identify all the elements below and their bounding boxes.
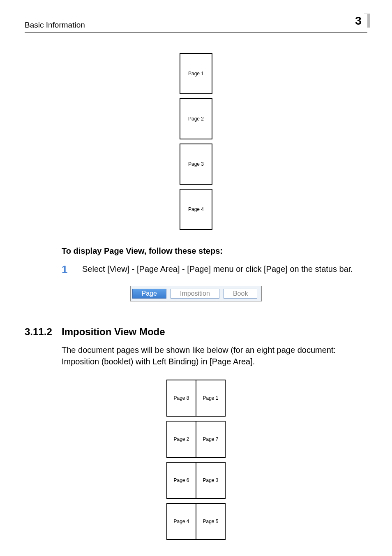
page-header: Basic Information 3 <box>25 21 367 32</box>
imposition-spread: Page 4 Page 5 <box>166 503 226 540</box>
section-heading: 3.11.2 Imposition View Mode <box>25 326 367 338</box>
diagram-page: Page 3 <box>180 144 212 185</box>
spread-left: Page 6 <box>166 462 196 499</box>
spread-left: Page 2 <box>166 421 196 458</box>
imposition-spread: Page 8 Page 1 <box>166 380 226 417</box>
status-bar-screenshot: Page Imposition Book <box>25 286 367 301</box>
subsection-title: To display Page View, follow these steps… <box>62 246 223 256</box>
spread-right: Page 1 <box>196 380 226 417</box>
step-row: 1 Select [View] - [Page Area] - [Page] m… <box>62 263 367 276</box>
diagram-page: Page 1 <box>180 53 212 94</box>
page-view-diagram: Page 1 Page 2 Page 3 Page 4 <box>25 53 367 230</box>
section-body: The document pages will be shown like be… <box>62 344 367 367</box>
header-title: Basic Information <box>25 21 85 30</box>
status-imposition-button[interactable]: Imposition <box>171 289 219 299</box>
diagram-page: Page 4 <box>180 189 212 230</box>
imposition-diagram: Page 8 Page 1 Page 2 Page 7 Page 6 Page … <box>25 380 367 540</box>
imposition-spread: Page 6 Page 3 <box>166 462 226 499</box>
status-book-button[interactable]: Book <box>224 289 257 299</box>
chapter-tab: 3 <box>349 14 367 28</box>
spread-right: Page 5 <box>196 503 226 540</box>
status-page-button[interactable]: Page <box>132 289 166 299</box>
diagram-page: Page 2 <box>180 98 212 139</box>
chapter-number: 3 <box>349 14 367 28</box>
imposition-spread: Page 2 Page 7 <box>166 421 226 458</box>
section-number: 3.11.2 <box>25 326 62 338</box>
section-title: Imposition View Mode <box>62 326 165 338</box>
spread-right: Page 3 <box>196 462 226 499</box>
spread-left: Page 4 <box>166 503 196 540</box>
step-number: 1 <box>62 263 82 276</box>
spread-right: Page 7 <box>196 421 226 458</box>
step-text: Select [View] - [Page Area] - [Page] men… <box>82 263 353 276</box>
spread-left: Page 8 <box>166 380 196 417</box>
